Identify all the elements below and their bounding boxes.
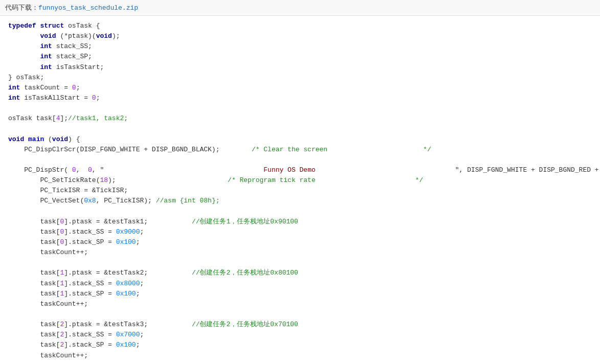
download-label: 代码下载： (5, 4, 38, 12)
header-bar: 代码下载：funnyos_task_schedule.zip (0, 0, 600, 16)
code-container: typedef struct osTask { void (*ptask)(vo… (0, 16, 600, 364)
download-link[interactable]: funnyos_task_schedule.zip (38, 4, 138, 12)
code-block: typedef struct osTask { void (*ptask)(vo… (8, 21, 592, 364)
